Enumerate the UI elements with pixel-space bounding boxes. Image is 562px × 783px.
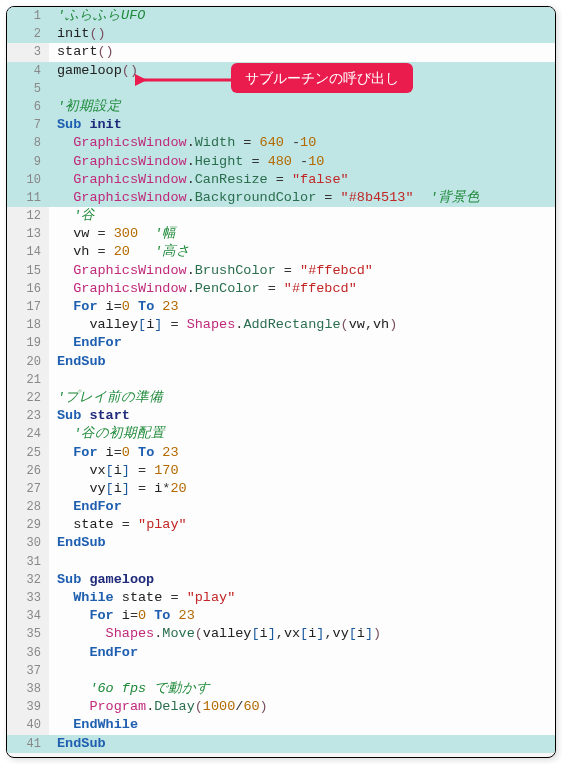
line-number: 6 [7, 98, 49, 116]
code-line: 8 GraphicsWindow.Width = 640 -10 [7, 134, 555, 152]
code-line: 36 EndFor [7, 644, 555, 662]
code-content: For i=0 To 23 [49, 298, 555, 316]
code-line: 25 For i=0 To 23 [7, 444, 555, 462]
code-line: 7Sub init [7, 116, 555, 134]
line-number: 33 [7, 589, 49, 607]
code-line: 34 For i=0 To 23 [7, 607, 555, 625]
code-line: 33 While state = "play" [7, 589, 555, 607]
line-number: 37 [7, 662, 49, 680]
code-line: 31 [7, 553, 555, 571]
code-line: 12 '谷 [7, 207, 555, 225]
code-line: 16 GraphicsWindow.PenColor = "#ffebcd" [7, 280, 555, 298]
line-number: 41 [7, 735, 49, 753]
code-line: 9 GraphicsWindow.Height = 480 -10 [7, 153, 555, 171]
code-line: 14 vh = 20 '高さ [7, 243, 555, 261]
code-content: 'プレイ前の準備 [49, 389, 555, 407]
line-number: 7 [7, 116, 49, 134]
code-content: EndFor [49, 334, 555, 352]
line-number: 21 [7, 371, 49, 389]
line-number: 13 [7, 225, 49, 243]
code-content: Shapes.Move(valley[i],vx[i],vy[i]) [49, 625, 555, 643]
code-content: Program.Delay(1000/60) [49, 698, 555, 716]
line-number: 8 [7, 134, 49, 152]
line-number: 26 [7, 462, 49, 480]
code-content: EndSub [49, 353, 555, 371]
code-line: 35 Shapes.Move(valley[i],vx[i],vy[i]) [7, 625, 555, 643]
code-content: Sub start [49, 407, 555, 425]
code-content: GraphicsWindow.PenColor = "#ffebcd" [49, 280, 555, 298]
code-content: Sub init [49, 116, 555, 134]
code-content: '谷の初期配置 [49, 425, 555, 443]
code-content: vy[i] = i*20 [49, 480, 555, 498]
line-number: 14 [7, 243, 49, 261]
line-number: 38 [7, 680, 49, 698]
line-number: 4 [7, 62, 49, 80]
code-content: EndSub [49, 735, 555, 753]
line-number: 2 [7, 25, 49, 43]
code-content: EndSub [49, 534, 555, 552]
code-line: 13 vw = 300 '幅 [7, 225, 555, 243]
line-number: 18 [7, 316, 49, 334]
line-number: 12 [7, 207, 49, 225]
code-content: '初期設定 [49, 98, 555, 116]
code-line: 3start() [7, 43, 555, 61]
code-content: 'ふらふらUFO [49, 7, 555, 25]
code-content [49, 662, 555, 680]
code-content: EndWhile [49, 716, 555, 734]
line-number: 10 [7, 171, 49, 189]
code-content: GraphicsWindow.BackgroundColor = "#8b451… [49, 189, 555, 207]
line-number: 15 [7, 262, 49, 280]
code-content: For i=0 To 23 [49, 607, 555, 625]
code-line: 17 For i=0 To 23 [7, 298, 555, 316]
code-content: start() [49, 43, 555, 61]
code-line: 37 [7, 662, 555, 680]
line-number: 25 [7, 444, 49, 462]
code-line: 29 state = "play" [7, 516, 555, 534]
line-number: 40 [7, 716, 49, 734]
line-number: 24 [7, 425, 49, 443]
code-line: 2init() [7, 25, 555, 43]
code-line: 24 '谷の初期配置 [7, 425, 555, 443]
line-number: 39 [7, 698, 49, 716]
line-number: 27 [7, 480, 49, 498]
code-content: Sub gameloop [49, 571, 555, 589]
code-content: EndFor [49, 498, 555, 516]
line-number: 11 [7, 189, 49, 207]
line-number: 23 [7, 407, 49, 425]
code-line: 22'プレイ前の準備 [7, 389, 555, 407]
code-line: 15 GraphicsWindow.BrushColor = "#ffebcd" [7, 262, 555, 280]
code-line: 28 EndFor [7, 498, 555, 516]
code-content: GraphicsWindow.CanResize = "false" [49, 171, 555, 189]
code-line: 18 valley[i] = Shapes.AddRectangle(vw,vh… [7, 316, 555, 334]
line-number: 16 [7, 280, 49, 298]
line-number: 3 [7, 43, 49, 61]
code-content: '6o fps で動かす [49, 680, 555, 698]
code-editor: 1'ふらふらUFO2init()3start()4gameloop()56'初期… [6, 6, 556, 758]
code-line: 10 GraphicsWindow.CanResize = "false" [7, 171, 555, 189]
code-content: EndFor [49, 644, 555, 662]
code-content: For i=0 To 23 [49, 444, 555, 462]
code-content: '谷 [49, 207, 555, 225]
code-content [49, 553, 555, 571]
code-line: 19 EndFor [7, 334, 555, 352]
code-content: valley[i] = Shapes.AddRectangle(vw,vh) [49, 316, 555, 334]
line-number: 32 [7, 571, 49, 589]
code-content: While state = "play" [49, 589, 555, 607]
callout-label: サブルーチンの呼び出し [231, 63, 413, 93]
code-line: 39 Program.Delay(1000/60) [7, 698, 555, 716]
line-number: 29 [7, 516, 49, 534]
line-number: 28 [7, 498, 49, 516]
line-number: 36 [7, 644, 49, 662]
code-line: 30EndSub [7, 534, 555, 552]
code-content: vx[i] = 170 [49, 462, 555, 480]
line-number: 35 [7, 625, 49, 643]
line-number: 1 [7, 7, 49, 25]
code-line: 11 GraphicsWindow.BackgroundColor = "#8b… [7, 189, 555, 207]
code-line: 41EndSub [7, 735, 555, 753]
code-line: 1'ふらふらUFO [7, 7, 555, 25]
line-number: 20 [7, 353, 49, 371]
code-content: GraphicsWindow.Height = 480 -10 [49, 153, 555, 171]
line-number: 34 [7, 607, 49, 625]
code-line: 32Sub gameloop [7, 571, 555, 589]
code-content: GraphicsWindow.BrushColor = "#ffebcd" [49, 262, 555, 280]
